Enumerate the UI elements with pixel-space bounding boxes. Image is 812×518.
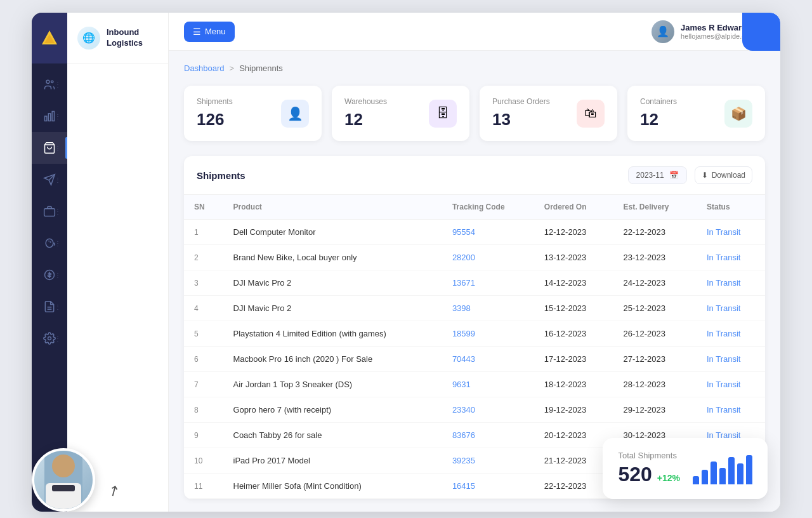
sidebar-item-savings[interactable]: ⋮	[32, 227, 67, 259]
cell-tracking[interactable]: 13671	[442, 270, 534, 296]
cell-product: Heimer Miller Sofa (Mint Condition)	[223, 474, 442, 499]
cell-product: iPad Pro 2017 Model	[223, 448, 442, 474]
col-header-est.-delivery: Est. Delivery	[613, 195, 696, 220]
cell-tracking[interactable]: 3398	[442, 296, 534, 321]
table-row: 4DJI Mavic Pro 2339815-12-202325-12-2023…	[184, 296, 765, 321]
cell-status: In Transit	[697, 296, 765, 321]
cell-product: DJI Mavic Pro 2	[223, 296, 442, 321]
mini-chart	[693, 453, 752, 484]
stat-value: 126	[197, 110, 233, 130]
cell-sn: 3	[184, 270, 223, 296]
widget-text: Total Shipments 520 +12%	[618, 451, 680, 486]
cell-tracking[interactable]: 83676	[442, 423, 534, 448]
menu-label: Menu	[205, 27, 226, 36]
cell-tracking[interactable]: 95554	[442, 220, 534, 245]
svg-point-18	[52, 455, 75, 477]
cell-product: DJI Mavic Pro 2	[223, 270, 442, 296]
cell-tracking[interactable]: 70443	[442, 347, 534, 372]
sidebar-item-finance-more: ⋮	[55, 272, 61, 279]
sidebar-item-briefcase[interactable]: ⋮	[32, 196, 67, 227]
sidebar-item-cart[interactable]: ⋮	[32, 132, 67, 164]
cell-tracking[interactable]: 18599	[442, 321, 534, 347]
sidebar-item-settings[interactable]: ⋮	[32, 322, 67, 354]
table-thead: SNProductTracking CodeOrdered OnEst. Del…	[184, 195, 765, 220]
cell-sn: 11	[184, 474, 223, 499]
table-row: 6Macbook Pro 16 inch (2020 ) For Sale704…	[184, 347, 765, 372]
cell-status: In Transit	[697, 270, 765, 296]
stat-value: 12	[344, 110, 387, 130]
cell-ordered: 12-12-2023	[534, 220, 613, 245]
date-filter-value: 2023-11	[636, 171, 664, 180]
left-panel: 🌐 Inbound Logistics	[67, 13, 169, 512]
user-avatar: 👤	[652, 20, 674, 43]
breadcrumb: Dashboard > Shipmennts	[184, 63, 765, 73]
breadcrumb-dashboard[interactable]: Dashboard	[184, 63, 225, 73]
download-icon: ⬇	[702, 171, 708, 180]
cell-ordered: 14-12-2023	[534, 270, 613, 296]
stat-info: Containers 12	[640, 97, 677, 130]
table-header-row: SNProductTracking CodeOrdered OnEst. Del…	[184, 195, 765, 220]
cell-delivery: 24-12-2023	[613, 270, 696, 296]
col-header-tracking-code: Tracking Code	[442, 195, 534, 220]
table-row: 1Dell Computer Monitor9555412-12-202322-…	[184, 220, 765, 245]
brand-globe-icon: 🌐	[77, 27, 100, 50]
cell-ordered: 20-12-2023	[534, 423, 613, 448]
table-row: 8Gopro hero 7 (with receipt)2334019-12-2…	[184, 397, 765, 423]
menu-button[interactable]: ☰ Menu	[184, 22, 235, 42]
chart-bar	[719, 468, 726, 484]
sidebar-item-documents[interactable]: ⋮	[32, 291, 67, 322]
cell-tracking[interactable]: 23340	[442, 397, 534, 423]
cell-delivery: 23-12-2023	[613, 245, 696, 270]
cell-status: In Transit	[697, 372, 765, 397]
sidebar-item-paperplane[interactable]: ⋮	[32, 164, 67, 196]
profile-avatar	[32, 448, 95, 512]
menu-icon: ☰	[193, 27, 201, 37]
table-row: 2Brand New Bike, Local buyer only2820013…	[184, 245, 765, 270]
download-button[interactable]: ⬇ Download	[695, 166, 752, 184]
date-filter[interactable]: 2023-11 📅	[628, 166, 687, 184]
cell-sn: 9	[184, 423, 223, 448]
sidebar: ⋮ ⋮ ⋮	[32, 13, 67, 512]
cell-delivery: 22-12-2023	[613, 220, 696, 245]
cell-tracking[interactable]: 16415	[442, 474, 534, 499]
stat-label: Shipments	[197, 97, 233, 106]
stat-value: 12	[640, 110, 677, 130]
cell-sn: 4	[184, 296, 223, 321]
stat-info: Warehouses 12	[344, 97, 387, 130]
cell-delivery: 25-12-2023	[613, 296, 696, 321]
cell-ordered: 18-12-2023	[534, 372, 613, 397]
cell-ordered: 17-12-2023	[534, 347, 613, 372]
cell-ordered: 21-12-2023	[534, 448, 613, 474]
cell-delivery: 27-12-2023	[613, 347, 696, 372]
cell-product: Brand New Bike, Local buyer only	[223, 245, 442, 270]
table-header: Shipments 2023-11 📅 ⬇ Download	[184, 156, 765, 195]
sidebar-item-chart[interactable]: ⋮	[32, 100, 67, 132]
sidebar-item-settings-more: ⋮	[55, 335, 61, 342]
cell-tracking[interactable]: 39235	[442, 448, 534, 474]
svg-rect-6	[52, 112, 54, 121]
top-right-accent	[742, 13, 780, 51]
cell-sn: 1	[184, 220, 223, 245]
cell-ordered: 13-12-2023	[534, 245, 613, 270]
cell-tracking[interactable]: 9631	[442, 372, 534, 397]
stat-card-containers: Containers 12 📦	[627, 86, 765, 141]
cell-status: In Transit	[697, 245, 765, 270]
sidebar-item-users[interactable]: ⋮	[32, 69, 67, 100]
sidebar-item-finance[interactable]: ⋮	[32, 259, 67, 291]
col-header-product: Product	[223, 195, 442, 220]
cell-product: Air Jordan 1 Top 3 Sneaker (DS)	[223, 372, 442, 397]
cell-product: Macbook Pro 16 inch (2020 ) For Sale	[223, 347, 442, 372]
svg-point-2	[46, 80, 49, 83]
sidebar-logo	[32, 13, 67, 63]
svg-rect-5	[48, 114, 50, 121]
cell-product: Gopro hero 7 (with receipt)	[223, 397, 442, 423]
calendar-icon: 📅	[669, 171, 679, 180]
table-actions: 2023-11 📅 ⬇ Download	[628, 166, 752, 184]
cell-tracking[interactable]: 28200	[442, 245, 534, 270]
col-header-sn: SN	[184, 195, 223, 220]
cell-sn: 5	[184, 321, 223, 347]
svg-rect-4	[45, 116, 47, 121]
stat-icon: 📦	[724, 100, 752, 128]
stat-label: Warehouses	[344, 97, 387, 106]
cell-ordered: 22-12-2023	[534, 474, 613, 499]
